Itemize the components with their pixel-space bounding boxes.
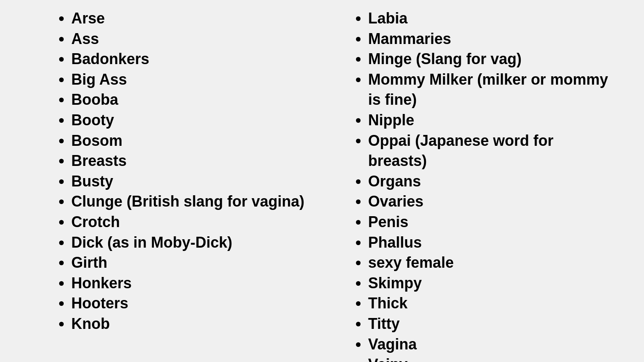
main-container: ArseAssBadonkersBig AssBoobaBootyBosomBr… [34, 8, 610, 362]
list-item: Mommy Milker (milker or mommy is fine) [368, 70, 610, 110]
list-item: Booba [71, 90, 314, 110]
list-item: Clunge (British slang for vagina) [71, 191, 314, 212]
list-item: Hooters [71, 293, 314, 314]
list-item: Badonkers [71, 49, 314, 70]
list-item: Nipple [368, 110, 610, 131]
list-item: Knob [71, 314, 314, 334]
list-item: Labia [368, 8, 610, 29]
list-item: Honkers [71, 273, 314, 294]
right-column: LabiaMammariesMinge (Slang for vag)Mommy… [330, 8, 610, 362]
list-item: Arse [71, 8, 314, 29]
list-item: Minge (Slang for vag) [368, 49, 610, 70]
list-item: Ovaries [368, 191, 610, 212]
list-item: sexy female [368, 253, 610, 273]
left-column: ArseAssBadonkersBig AssBoobaBootyBosomBr… [34, 8, 314, 362]
list-item: Crotch [71, 212, 314, 233]
list-item: Organs [368, 171, 610, 192]
list-item: Oppai (Japanese word for breasts) [368, 131, 610, 171]
left-list: ArseAssBadonkersBig AssBoobaBootyBosomBr… [59, 8, 314, 334]
list-item: Booty [71, 110, 314, 131]
list-item: Busty [71, 171, 314, 192]
list-item: Dick (as in Moby-Dick) [71, 233, 314, 253]
list-item: Ass [71, 29, 314, 49]
list-item: Breasts [71, 151, 314, 171]
right-list: LabiaMammariesMinge (Slang for vag)Mommy… [356, 8, 610, 362]
list-item: Mammaries [368, 29, 610, 49]
list-item: Vagina [368, 334, 610, 355]
list-item: Skimpy [368, 273, 610, 294]
list-item: Phallus [368, 233, 610, 253]
list-item: Big Ass [71, 70, 314, 90]
list-item: Girth [71, 253, 314, 273]
list-item: Thick [368, 293, 610, 314]
list-item: Veiny [368, 354, 610, 362]
list-item: Titty [368, 314, 610, 334]
list-item: Penis [368, 212, 610, 233]
list-item: Bosom [71, 131, 314, 151]
